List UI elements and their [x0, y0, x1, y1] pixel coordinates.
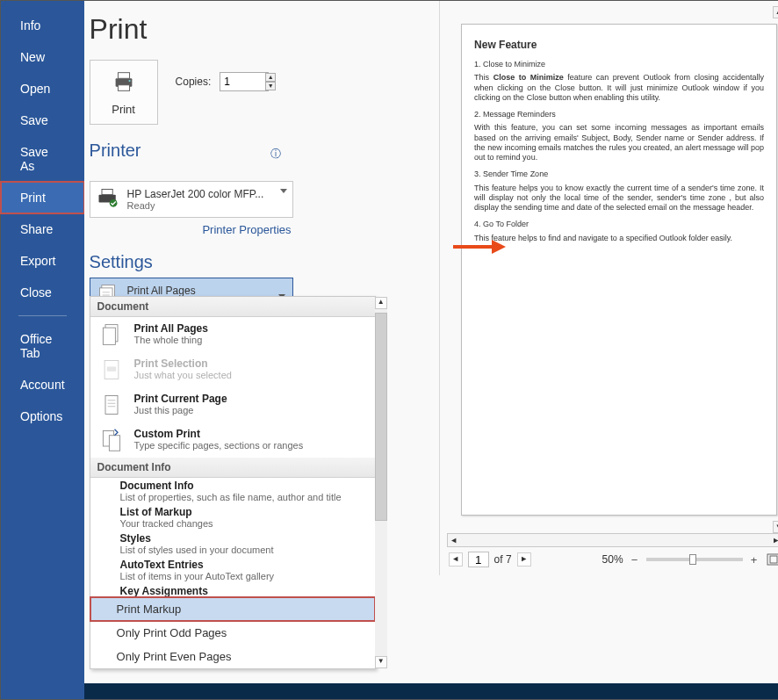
next-page-button[interactable]: ►: [517, 552, 531, 566]
dd-item-print-current[interactable]: Print Current PageJust this page: [90, 387, 375, 422]
scroll-left-icon[interactable]: ◄: [448, 536, 460, 545]
settings-section-title: Settings: [90, 252, 439, 272]
dd-title: Key Assignments: [120, 585, 366, 597]
svg-marker-23: [492, 240, 506, 254]
dd-item-even-pages[interactable]: Only Print Even Pages: [90, 645, 375, 668]
dd-sub: The whole thing: [134, 335, 208, 345]
scroll-up-icon[interactable]: ▲: [375, 297, 387, 309]
page-preview: New Feature 1. Close to Minimize This Cl…: [461, 24, 777, 516]
dd-sub: List of styles used in your document: [120, 545, 366, 555]
preview-p2: With this feature, you can set some inco…: [474, 123, 764, 162]
print-button[interactable]: Print: [90, 60, 158, 125]
preview-p3: This feature helps you to know exactly t…: [474, 184, 764, 213]
dd-item-print-all[interactable]: Print All PagesThe whole thing: [90, 317, 375, 352]
copies-input[interactable]: [220, 72, 269, 91]
dropdown-header-docinfo: Document Info: [90, 458, 375, 478]
dd-item-odd-pages[interactable]: Only Print Odd Pages: [90, 621, 375, 645]
dd-item-print-selection: Print SelectionJust what you selected: [90, 352, 375, 387]
preview-scroll-up[interactable]: ▲: [773, 6, 778, 18]
sidebar-item-new[interactable]: New: [1, 41, 84, 73]
sidebar-item-officetab[interactable]: Office Tab: [1, 323, 84, 369]
dd-sub: Just this page: [134, 405, 227, 415]
svg-rect-25: [770, 556, 777, 563]
dd-title: Styles: [120, 532, 366, 545]
dd-item-styles[interactable]: StylesList of styles used in your docume…: [90, 530, 375, 557]
printer-icon: [111, 69, 137, 97]
print-what-title: Print All Pages: [127, 285, 196, 297]
copies-stepper[interactable]: ▲ ▼: [265, 73, 276, 90]
scroll-thumb[interactable]: [375, 313, 387, 521]
svg-rect-16: [105, 396, 118, 415]
sidebar-separator: [18, 315, 67, 316]
printer-device-icon: [96, 186, 120, 213]
printer-name: HP LaserJet 200 color MFP...: [127, 188, 264, 200]
sidebar-item-options[interactable]: Options: [1, 401, 84, 432]
chevron-down-icon[interactable]: ▼: [265, 82, 276, 90]
preview-s1: 1. Close to Minimize: [474, 60, 764, 69]
dd-item-docinfo[interactable]: Document InfoList of properties, such as…: [90, 478, 375, 504]
printer-properties-link[interactable]: Printer Properties: [90, 223, 292, 236]
sidebar-item-save[interactable]: Save: [1, 105, 84, 136]
dd-sub: Your tracked changes: [120, 518, 366, 529]
dd-title: Print Current Page: [134, 393, 227, 405]
dd-title: Print All Pages: [134, 322, 208, 335]
dd-sub: Just what you selected: [134, 370, 232, 380]
dd-sub: List of items in your AutoText gallery: [120, 571, 366, 581]
document-custom-icon: [99, 428, 126, 452]
preview-s2: 2. Message Reminders: [474, 110, 764, 119]
svg-rect-5: [102, 189, 112, 194]
preview-title: New Feature: [474, 39, 764, 51]
print-button-label: Print: [112, 103, 135, 116]
dd-sub: List of properties, such as file name, a…: [120, 492, 366, 502]
backstage-sidebar: Info New Open Save Save As Print Share E…: [1, 1, 84, 699]
zoom-fit-button[interactable]: [766, 552, 778, 566]
dropdown-scrollbar[interactable]: ▲ ▼: [375, 297, 387, 668]
dd-title: Document Info: [120, 480, 366, 492]
prev-page-button[interactable]: ◄: [449, 552, 463, 566]
sidebar-item-saveas[interactable]: Save As: [1, 136, 84, 182]
dd-item-autotext[interactable]: AutoText EntriesList of items in your Au…: [90, 557, 375, 583]
sidebar-item-close[interactable]: Close: [1, 277, 84, 308]
dd-item-print-markup[interactable]: Print Markup: [90, 597, 375, 621]
scroll-down-icon[interactable]: ▼: [375, 656, 387, 668]
dd-item-listmarkup[interactable]: List of MarkupYour tracked changes: [90, 504, 375, 530]
dd-sub: Type specific pages, sections or ranges: [134, 440, 304, 451]
svg-rect-15: [106, 367, 116, 372]
zoom-slider[interactable]: [646, 558, 743, 561]
scroll-right-icon[interactable]: ►: [770, 536, 778, 545]
dd-item-keyassign[interactable]: Key Assignments: [90, 583, 375, 597]
svg-point-3: [128, 80, 130, 82]
sidebar-item-account[interactable]: Account: [1, 369, 84, 401]
dd-title: AutoText Entries: [120, 559, 366, 571]
svg-rect-13: [103, 328, 115, 344]
svg-rect-2: [118, 85, 129, 91]
annotation-arrow-icon: [453, 238, 506, 256]
sidebar-item-open[interactable]: Open: [1, 73, 84, 105]
preview-p1: This Close to Minimize feature can preve…: [474, 73, 764, 103]
preview-hscrollbar[interactable]: ◄ ►: [447, 533, 778, 547]
dropdown-caret-icon: [280, 189, 287, 193]
document-single-icon: [99, 393, 126, 417]
footer-strip: [84, 683, 778, 699]
svg-rect-21: [109, 436, 119, 451]
document-selection-icon: [99, 357, 126, 382]
copies-label: Copies:: [176, 76, 212, 88]
zoom-thumb[interactable]: [689, 554, 696, 565]
preview-s3: 3. Sender Time Zone: [474, 170, 764, 179]
sidebar-item-print[interactable]: Print: [1, 182, 84, 213]
dd-title: Print Selection: [134, 357, 232, 370]
sidebar-item-share[interactable]: Share: [1, 213, 84, 245]
printer-select[interactable]: HP LaserJet 200 color MFP... Ready: [90, 181, 293, 218]
dd-title: List of Markup: [120, 506, 366, 518]
chevron-up-icon[interactable]: ▲: [265, 73, 276, 82]
page-number-input[interactable]: [468, 552, 489, 567]
preview-scroll-down[interactable]: ▼: [773, 521, 778, 533]
printer-status: Ready: [127, 200, 264, 211]
sidebar-item-info[interactable]: Info: [1, 10, 84, 41]
sidebar-item-export[interactable]: Export: [1, 245, 84, 277]
zoom-out-button[interactable]: −: [629, 553, 641, 566]
dd-item-custom-print[interactable]: Custom PrintType specific pages, section…: [90, 422, 375, 458]
dd-title: Custom Print: [134, 428, 304, 440]
zoom-in-button[interactable]: +: [748, 553, 760, 566]
preview-s4: 4. Go To Folder: [474, 220, 764, 229]
